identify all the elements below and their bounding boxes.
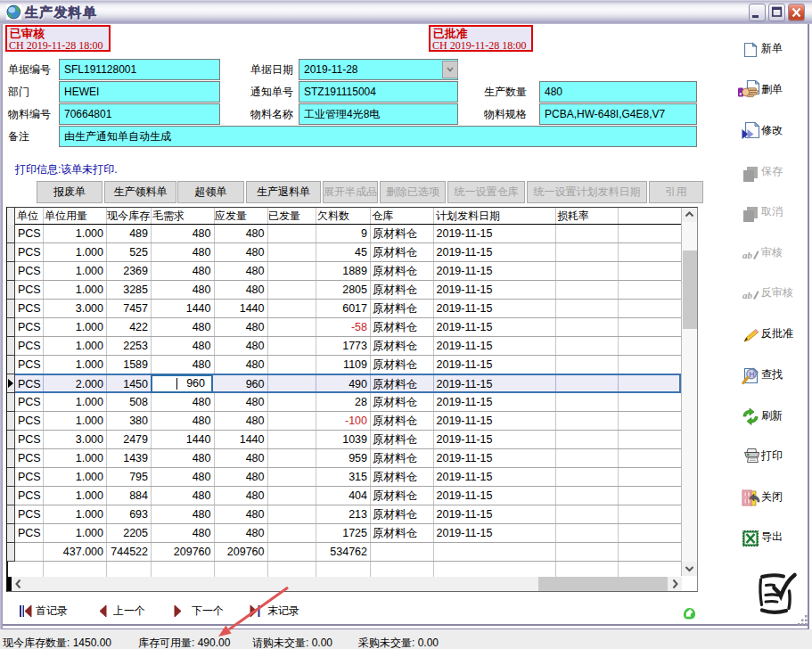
svg-text:ab: ab <box>742 250 753 260</box>
svg-text:H: H <box>749 370 755 379</box>
svg-text:ab: ab <box>742 290 753 300</box>
